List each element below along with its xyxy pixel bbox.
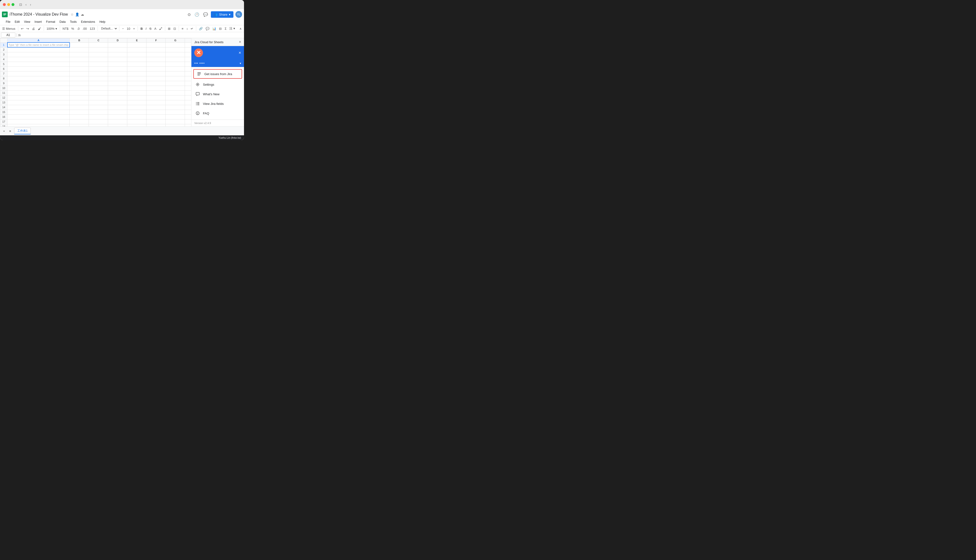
table-row[interactable] [166, 62, 185, 67]
table-row[interactable] [108, 52, 127, 57]
table-row[interactable] [89, 57, 108, 62]
table-row[interactable] [185, 67, 191, 71]
table-row[interactable] [89, 81, 108, 86]
undo-btn[interactable]: ↩ [20, 26, 25, 31]
row-header-8[interactable]: 8 [0, 76, 7, 81]
close-button[interactable] [3, 3, 6, 6]
table-row[interactable] [166, 95, 185, 100]
table-row[interactable] [127, 119, 147, 124]
table-row[interactable] [89, 95, 108, 100]
table-row[interactable] [147, 100, 166, 105]
table-row[interactable] [108, 124, 127, 127]
table-row[interactable] [166, 90, 185, 95]
cell-reference[interactable] [1, 33, 15, 37]
row-header-12[interactable]: 12 [0, 95, 7, 100]
table-row[interactable] [7, 124, 70, 127]
menu-edit[interactable]: Edit [13, 19, 22, 25]
cloud-icon[interactable]: ☁ [81, 12, 84, 16]
table-row[interactable] [127, 90, 147, 95]
table-row[interactable] [166, 42, 185, 47]
table-row[interactable] [127, 110, 147, 115]
table-row[interactable] [89, 124, 108, 127]
table-row[interactable] [108, 105, 127, 110]
table-row[interactable] [70, 57, 89, 62]
table-row[interactable] [108, 110, 127, 115]
jira-sidebar-close-button[interactable]: × [239, 40, 241, 44]
sheet-menu-button[interactable]: ≡ [8, 128, 12, 133]
jira-menu-item-settings[interactable]: Settings [191, 80, 244, 89]
wrap-btn[interactable]: ↵ [189, 26, 194, 31]
currency-btn[interactable]: NT$ [62, 26, 70, 31]
table-row[interactable] [108, 119, 127, 124]
table-row[interactable] [70, 81, 89, 86]
table-row[interactable] [185, 105, 191, 110]
col-header-D[interactable]: D [108, 38, 127, 43]
table-row[interactable] [166, 124, 185, 127]
table-row[interactable] [127, 42, 147, 47]
table-row[interactable] [108, 47, 127, 52]
table-row[interactable] [70, 86, 89, 90]
col-header-B[interactable]: B [70, 38, 89, 43]
table-row[interactable] [147, 57, 166, 62]
chart-btn[interactable]: 📊 [211, 26, 217, 31]
share-button[interactable]: 👥 Share ▾ [211, 11, 234, 18]
col-header-A[interactable]: A [7, 38, 70, 43]
table-row[interactable] [70, 52, 89, 57]
table-row[interactable] [7, 67, 70, 71]
table-row[interactable] [147, 42, 166, 47]
history-icon[interactable]: 🕐 [194, 11, 200, 18]
star-icon[interactable]: ☆ [70, 12, 74, 16]
font-family-select[interactable]: Default... [99, 26, 118, 31]
table-row[interactable] [70, 115, 89, 119]
table-row[interactable] [147, 86, 166, 90]
nav-back-button[interactable]: ‹ [25, 2, 28, 7]
table-row[interactable] [108, 90, 127, 95]
highlight-btn[interactable]: 🖍 [158, 26, 164, 31]
table-row[interactable] [89, 86, 108, 90]
menu-extensions[interactable]: Extensions [79, 19, 97, 25]
jira-menu-item-get-issues[interactable]: Get issues from Jira [193, 69, 242, 79]
col-header-F[interactable]: F [147, 38, 166, 43]
table-row[interactable] [70, 42, 89, 47]
table-row[interactable] [185, 47, 191, 52]
table-row[interactable] [89, 119, 108, 124]
table-row[interactable] [147, 67, 166, 71]
table-row[interactable] [70, 105, 89, 110]
table-row[interactable] [7, 62, 70, 67]
jira-menu-item-view-fields[interactable]: View Jira fields [191, 99, 244, 108]
table-row[interactable] [7, 100, 70, 105]
table-row[interactable] [7, 52, 70, 57]
row-header-7[interactable]: 7 [0, 71, 7, 76]
table-row[interactable] [7, 81, 70, 86]
table-row[interactable] [7, 71, 70, 76]
table-row[interactable] [166, 71, 185, 76]
table-row[interactable] [89, 52, 108, 57]
table-row[interactable] [7, 86, 70, 90]
table-row[interactable] [166, 57, 185, 62]
font-size-input[interactable]: 10 [125, 26, 131, 31]
table-row[interactable] [166, 81, 185, 86]
table-row[interactable] [147, 81, 166, 86]
font-size-decrease-btn[interactable]: − [121, 26, 125, 31]
filter-btn[interactable]: ⊟ [218, 26, 223, 31]
table-row[interactable] [127, 86, 147, 90]
table-row[interactable] [70, 124, 89, 127]
corner-cell[interactable] [0, 38, 7, 43]
table-row[interactable] [70, 76, 89, 81]
comment-icon[interactable]: 💬 [202, 11, 209, 18]
redo-btn[interactable]: ↪ [25, 26, 30, 31]
table-row[interactable] [166, 52, 185, 57]
table-row[interactable] [7, 110, 70, 115]
row-header-10[interactable]: 10 [0, 86, 7, 90]
menus-btn[interactable]: ☰ Menus [1, 26, 17, 31]
menu-file[interactable]: File [4, 19, 12, 25]
jira-panel-close-button[interactable]: × [239, 50, 241, 55]
row-header-1[interactable]: 1 [0, 42, 7, 47]
col-header-H[interactable]: H [185, 38, 191, 43]
table-row[interactable] [166, 110, 185, 115]
table-row[interactable] [89, 90, 108, 95]
font-color-btn[interactable]: A [153, 26, 158, 31]
table-row[interactable] [185, 76, 191, 81]
col-header-C[interactable]: C [89, 38, 108, 43]
menu-insert[interactable]: Insert [33, 19, 44, 25]
